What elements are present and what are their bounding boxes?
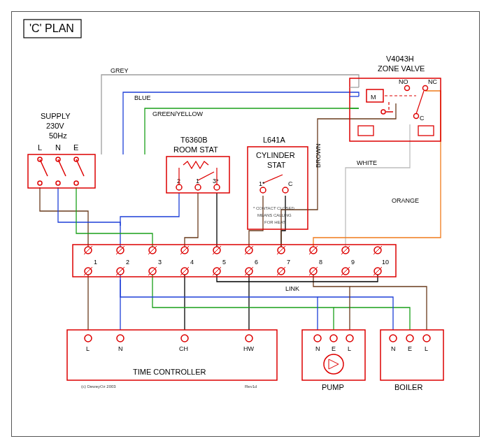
svg-text:9: 9 xyxy=(351,259,355,266)
roomstat-model: T6360B xyxy=(180,136,208,144)
pump-label: PUMP xyxy=(322,383,344,391)
wire-grey xyxy=(101,75,359,154)
boiler-L: L xyxy=(425,345,428,352)
supply-voltage: 230V xyxy=(46,122,64,130)
wire-blue-supply xyxy=(123,92,359,154)
title-text: 'C' PLAN xyxy=(29,22,74,34)
svg-point-79 xyxy=(330,335,337,342)
pump-N: N xyxy=(315,345,320,352)
junction-terminals: 1 2 3 4 5 6 7 8 9 10 xyxy=(84,246,389,275)
cs-tC: C xyxy=(288,180,293,187)
tc-HW: HW xyxy=(243,345,254,352)
label-brown: BROWN xyxy=(315,144,322,168)
valve-no-term xyxy=(405,86,410,91)
svg-line-15 xyxy=(198,172,214,180)
svg-text:3: 3 xyxy=(158,259,162,266)
wire-supply-N-j2 xyxy=(58,187,120,247)
svg-line-2 xyxy=(40,159,48,176)
svg-point-7 xyxy=(74,181,78,185)
supply-N: N xyxy=(55,143,61,152)
valve-M: M xyxy=(371,94,376,101)
cs-note3: FOR HEAT xyxy=(264,220,285,224)
svg-point-81 xyxy=(390,335,397,342)
svg-point-75 xyxy=(117,335,124,342)
label-grey: GREY xyxy=(111,67,129,74)
svg-point-18 xyxy=(214,185,220,190)
svg-point-16 xyxy=(176,185,182,190)
wire-j9-valve-white xyxy=(346,124,410,247)
junction-link: LINK xyxy=(285,285,299,292)
valve-NC: NC xyxy=(428,78,437,85)
cs-note2: MEANS CALLING xyxy=(257,213,292,217)
footer-rev: Rev1d xyxy=(245,384,257,389)
valve-body-1 xyxy=(358,126,373,136)
wire-rs2-N xyxy=(120,193,179,226)
supply-L: L xyxy=(38,143,42,152)
wire-link xyxy=(217,275,378,282)
svg-point-83 xyxy=(423,335,430,342)
svg-point-80 xyxy=(346,335,353,342)
valve-NO: NO xyxy=(399,78,408,85)
svg-text:8: 8 xyxy=(319,259,322,266)
label-blue: BLUE xyxy=(134,94,151,101)
wire-pumpE-boilerE xyxy=(334,308,410,330)
svg-line-8 xyxy=(76,159,84,176)
tc-CH: CH xyxy=(179,345,188,352)
svg-text:7: 7 xyxy=(287,259,290,266)
tc-L: L xyxy=(86,345,90,352)
svg-text:1: 1 xyxy=(94,259,97,266)
diagram-page: 'C' PLAN GREY BLUE GREEN/YELLOW xyxy=(0,0,491,448)
svg-text:6: 6 xyxy=(255,259,258,266)
supply-E: E xyxy=(73,143,78,152)
supply-label: SUPPLY xyxy=(41,112,71,120)
wire-pumpN-boilerN xyxy=(318,297,393,330)
wire-supply-L-j1 xyxy=(40,187,88,247)
svg-point-23 xyxy=(283,187,288,193)
rs-t1: 1 xyxy=(196,178,199,185)
boiler-E: E xyxy=(408,345,412,352)
wire-j8-boiler-L xyxy=(350,287,427,330)
wire-j8-pump-L xyxy=(313,275,350,330)
cylstat-label1: CYLINDER xyxy=(256,151,295,159)
label-orange: ORANGE xyxy=(392,197,419,204)
wire-j7-valve xyxy=(281,103,396,247)
svg-point-17 xyxy=(195,185,201,190)
supply-freq: 50Hz xyxy=(49,131,67,140)
svg-point-77 xyxy=(246,335,252,342)
label-green: GREEN/YELLOW xyxy=(152,110,204,117)
timectl-label: TIME CONTROLLER xyxy=(133,368,206,376)
valve-body-2 xyxy=(418,126,434,136)
roomstat-resistor xyxy=(183,161,208,168)
cs-note1: * CONTACT CLOSED xyxy=(253,206,294,210)
svg-text:2: 2 xyxy=(126,259,129,266)
svg-text:5: 5 xyxy=(222,259,226,266)
supply-switches xyxy=(38,157,84,185)
wire-rs1-j4 xyxy=(185,193,198,247)
svg-point-78 xyxy=(314,335,321,342)
valve-label: ZONE VALVE xyxy=(378,64,425,73)
cylstat-label2: STAT xyxy=(267,161,286,169)
svg-point-4 xyxy=(56,181,60,185)
wire-cs1-j6 xyxy=(249,196,263,247)
svg-line-5 xyxy=(58,159,66,176)
svg-point-10 xyxy=(381,110,385,114)
valve-c-term xyxy=(414,114,419,119)
label-white: WHITE xyxy=(357,159,377,166)
boiler-N: N xyxy=(391,345,396,352)
footer-copy: (c) DeweyOz 2003 xyxy=(81,384,116,389)
valve-C: C xyxy=(420,115,425,122)
tc-N: N xyxy=(118,345,123,352)
svg-point-82 xyxy=(406,335,413,342)
svg-point-74 xyxy=(85,335,92,342)
svg-point-76 xyxy=(181,335,188,342)
roomstat-label: ROOM STAT xyxy=(173,145,218,154)
wire-j3-pump-E xyxy=(152,275,334,330)
svg-text:4: 4 xyxy=(190,259,194,266)
rs-t3: 3* xyxy=(213,178,219,185)
svg-line-21 xyxy=(263,175,283,183)
wiring-diagram: 'C' PLAN GREY BLUE GREEN/YELLOW xyxy=(0,0,491,448)
cylstat-model: L641A xyxy=(263,136,285,144)
pump-E: E xyxy=(332,345,336,352)
pump-L: L xyxy=(348,345,351,352)
cs-t1: 1* xyxy=(259,180,265,187)
